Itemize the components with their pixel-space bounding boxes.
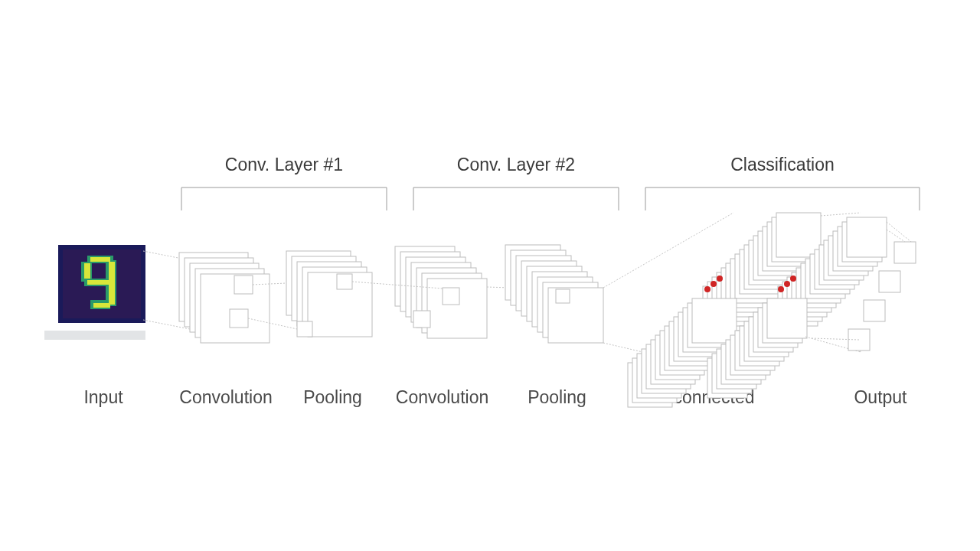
svg-line-51 [603, 213, 733, 288]
svg-rect-117 [767, 298, 807, 338]
svg-rect-50 [556, 289, 570, 303]
conv-stack-1 [179, 253, 270, 343]
svg-rect-10 [87, 280, 110, 285]
svg-point-85 [704, 286, 710, 292]
svg-line-129 [887, 230, 905, 242]
svg-rect-11 [93, 303, 110, 308]
svg-point-87 [717, 276, 723, 282]
svg-rect-19 [234, 276, 253, 294]
diagram-svg: .st { fill:#ffffff; stroke:#bcbcbc; stro… [0, 0, 980, 551]
svg-rect-38 [413, 311, 430, 328]
svg-rect-103 [847, 217, 887, 257]
svg-point-86 [710, 281, 717, 287]
svg-rect-29 [297, 321, 312, 337]
svg-point-118 [778, 286, 784, 292]
svg-rect-125 [894, 242, 916, 263]
bracket-conv1 [181, 187, 387, 210]
svg-rect-20 [230, 309, 248, 328]
svg-point-120 [790, 276, 796, 282]
svg-point-119 [784, 281, 790, 287]
svg-rect-127 [864, 300, 885, 321]
bracket-conv2 [413, 187, 619, 210]
svg-rect-0 [44, 331, 145, 340]
svg-rect-69 [776, 213, 821, 257]
svg-rect-37 [443, 288, 459, 305]
svg-rect-28 [337, 274, 352, 289]
svg-rect-84 [692, 298, 737, 343]
pool-stack-1 [286, 251, 372, 337]
pool-stack-2 [505, 245, 603, 343]
svg-rect-8 [84, 263, 90, 279]
conv-stack-2 [395, 246, 487, 338]
svg-rect-126 [879, 271, 900, 292]
svg-line-121 [821, 213, 861, 216]
bracket-classification [645, 187, 920, 210]
svg-rect-7 [90, 257, 110, 262]
input-tile [44, 247, 145, 340]
